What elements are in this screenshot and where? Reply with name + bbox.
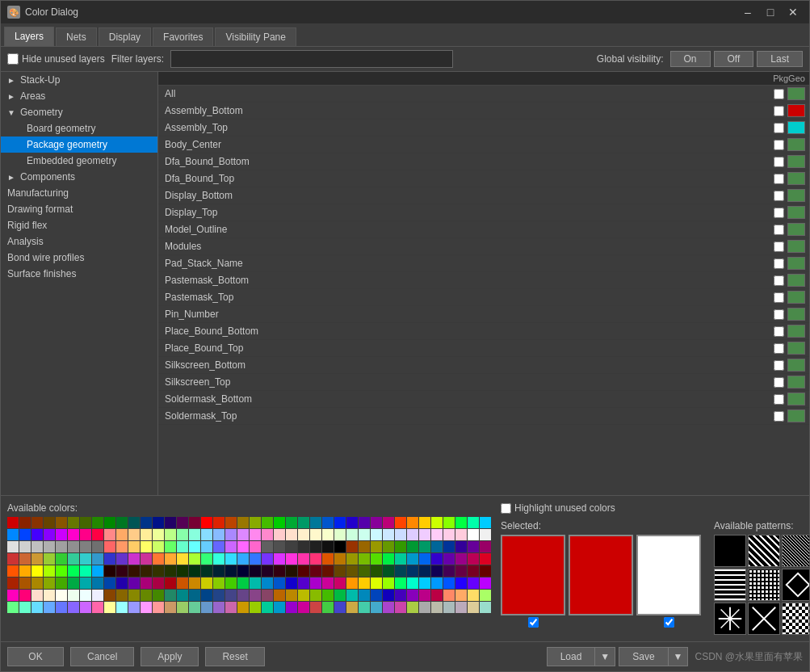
maximize-button[interactable]: □ — [761, 4, 780, 20]
color-cell[interactable] — [237, 529, 249, 540]
color-cell[interactable] — [262, 541, 273, 552]
color-cell[interactable] — [371, 529, 382, 540]
color-cell[interactable] — [395, 565, 406, 577]
color-cell[interactable] — [322, 602, 334, 613]
color-cell[interactable] — [7, 602, 19, 613]
color-cell[interactable] — [92, 590, 103, 601]
layer-checkbox[interactable] — [774, 309, 784, 320]
color-cell[interactable] — [371, 541, 382, 552]
color-cell[interactable] — [31, 517, 43, 528]
color-cell[interactable] — [153, 565, 164, 577]
color-cell[interactable] — [19, 553, 31, 565]
color-cell[interactable] — [141, 529, 152, 540]
color-cell[interactable] — [419, 578, 430, 589]
color-cell[interactable] — [7, 565, 19, 577]
color-cell[interactable] — [92, 541, 103, 552]
color-cell[interactable] — [80, 565, 91, 577]
color-cell[interactable] — [322, 578, 334, 589]
color-cell[interactable] — [201, 590, 212, 601]
sidebar-item-geometry[interactable]: ▼ Geometry — [1, 104, 157, 120]
color-cell[interactable] — [359, 590, 370, 601]
color-cell[interactable] — [177, 553, 188, 565]
color-cell[interactable] — [104, 602, 115, 613]
color-cell[interactable] — [431, 541, 443, 552]
layer-color-swatch[interactable] — [787, 240, 805, 253]
color-cell[interactable] — [141, 517, 152, 528]
color-cell[interactable] — [322, 529, 334, 540]
color-cell[interactable] — [419, 590, 430, 601]
color-cell[interactable] — [31, 578, 43, 589]
color-cell[interactable] — [431, 529, 443, 540]
hide-unused-checkbox[interactable] — [7, 53, 19, 65]
color-cell[interactable] — [262, 578, 273, 589]
layer-checkbox[interactable] — [774, 208, 784, 218]
color-cell[interactable] — [165, 541, 176, 552]
color-cell[interactable] — [359, 578, 370, 589]
color-cell[interactable] — [383, 541, 394, 552]
color-cell[interactable] — [359, 565, 370, 577]
color-cell[interactable] — [480, 529, 491, 540]
sidebar-item-components[interactable]: ► Components — [1, 169, 157, 185]
color-cell[interactable] — [165, 590, 176, 601]
color-cell[interactable] — [177, 590, 188, 601]
apply-button[interactable]: Apply — [141, 647, 199, 666]
layer-color-swatch[interactable] — [787, 155, 805, 168]
layer-checkbox[interactable] — [774, 326, 784, 337]
sidebar-item-analysis[interactable]: Analysis — [1, 233, 157, 250]
color-cell[interactable] — [431, 553, 443, 565]
color-cell[interactable] — [68, 590, 79, 601]
color-cell[interactable] — [346, 529, 358, 540]
color-cell[interactable] — [383, 590, 394, 601]
color-cell[interactable] — [431, 578, 443, 589]
color-cell[interactable] — [116, 517, 128, 528]
color-cell[interactable] — [298, 553, 309, 565]
color-cell[interactable] — [310, 590, 321, 601]
color-cell[interactable] — [7, 529, 19, 540]
color-cell[interactable] — [286, 578, 297, 589]
color-cell[interactable] — [395, 517, 406, 528]
color-cell[interactable] — [455, 578, 467, 589]
color-cell[interactable] — [431, 517, 443, 528]
color-cell[interactable] — [189, 565, 200, 577]
color-cell[interactable] — [201, 541, 212, 552]
ok-button[interactable]: OK — [7, 647, 64, 666]
color-cell[interactable] — [213, 529, 225, 540]
color-cell[interactable] — [141, 541, 152, 552]
color-cell[interactable] — [407, 590, 418, 601]
color-cell[interactable] — [80, 529, 91, 540]
color-cell[interactable] — [371, 590, 382, 601]
color-cell[interactable] — [165, 517, 176, 528]
pattern-empty[interactable] — [714, 603, 746, 635]
visibility-off-button[interactable]: Off — [714, 51, 754, 67]
color-cell[interactable] — [286, 602, 297, 613]
layer-color-swatch[interactable] — [787, 342, 805, 355]
color-cell[interactable] — [383, 602, 394, 613]
color-cell[interactable] — [19, 517, 31, 528]
color-cell[interactable] — [80, 590, 91, 601]
color-cell[interactable] — [56, 529, 67, 540]
color-cell[interactable] — [334, 517, 346, 528]
color-cell[interactable] — [44, 553, 55, 565]
color-cell[interactable] — [128, 565, 140, 577]
color-cell[interactable] — [189, 602, 200, 613]
color-cell[interactable] — [189, 529, 200, 540]
color-cell[interactable] — [92, 529, 103, 540]
color-cell[interactable] — [468, 590, 479, 601]
color-cell[interactable] — [334, 578, 346, 589]
color-cell[interactable] — [201, 529, 212, 540]
color-cell[interactable] — [480, 565, 491, 577]
color-cell[interactable] — [407, 529, 418, 540]
color-cell[interactable] — [104, 529, 115, 540]
color-cell[interactable] — [310, 517, 321, 528]
color-cell[interactable] — [262, 590, 273, 601]
layer-color-swatch[interactable] — [787, 410, 805, 422]
color-cell[interactable] — [19, 541, 31, 552]
tab-layers[interactable]: Layers — [4, 27, 54, 46]
color-cell[interactable] — [262, 517, 273, 528]
color-cell[interactable] — [286, 590, 297, 601]
color-cell[interactable] — [31, 553, 43, 565]
color-cell[interactable] — [322, 517, 334, 528]
color-cell[interactable] — [383, 553, 394, 565]
color-cell[interactable] — [371, 553, 382, 565]
color-cell[interactable] — [104, 541, 115, 552]
